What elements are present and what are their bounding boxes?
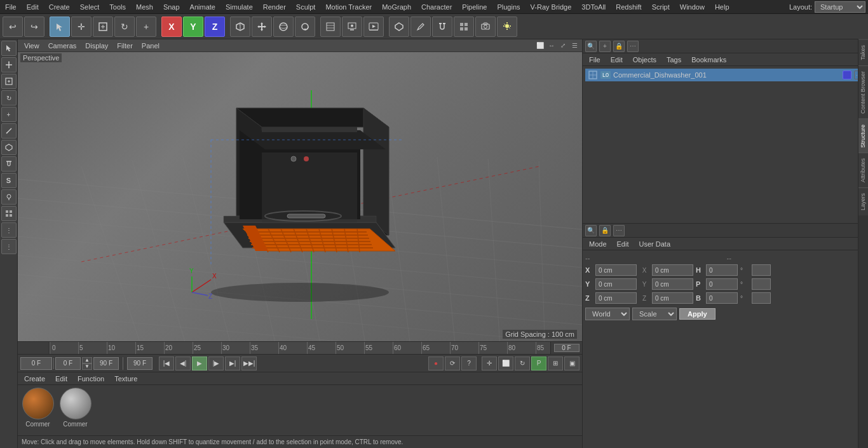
object-row-dishwasher[interactable]: L0 Commercial_Dishwasher_001 ⋯ — [585, 69, 865, 81]
tab-attributes[interactable]: Attributes — [858, 153, 868, 187]
viewport-panel-menu[interactable]: Panel — [138, 41, 163, 50]
menu-tools[interactable]: Tools — [104, 2, 131, 12]
menu-file[interactable]: File — [0, 2, 22, 12]
material-swatch-1[interactable]: Commer — [20, 388, 55, 428]
timeline-current-frame[interactable] — [550, 342, 582, 354]
goto-end-button[interactable]: ▶▶| — [241, 356, 257, 370]
mat-edit-menu[interactable]: Edit — [51, 374, 71, 383]
menu-script[interactable]: Script — [647, 2, 675, 12]
undo-button[interactable]: ↩ — [3, 17, 23, 37]
transform-button[interactable]: + — [136, 17, 156, 37]
cube-button[interactable] — [230, 17, 250, 37]
end-frame-input[interactable] — [93, 357, 119, 370]
left-move-button[interactable] — [1, 57, 17, 72]
timeline-clip-button[interactable]: ▣ — [564, 356, 580, 370]
viewport-icon-1[interactable]: ⬜ — [535, 41, 545, 51]
coord-b-input[interactable] — [706, 292, 738, 304]
menu-vray-bridge[interactable]: V-Ray Bridge — [526, 2, 577, 12]
menu-help[interactable]: Help — [710, 2, 735, 12]
menu-motion-tracker[interactable]: Motion Tracker — [320, 2, 377, 12]
menu-animate[interactable]: Animate — [185, 2, 220, 12]
render-animation-button[interactable] — [363, 17, 384, 37]
world-dropdown[interactable]: World — [585, 308, 630, 320]
move-tool-button[interactable]: ✛ — [71, 17, 92, 37]
jump-end-button[interactable]: ▶| — [225, 356, 240, 370]
timeline-mode-button[interactable]: ✛ — [482, 356, 497, 370]
magnet-button[interactable] — [432, 17, 452, 37]
light-button[interactable] — [497, 17, 517, 37]
obj-objects-menu[interactable]: Objects — [629, 55, 660, 64]
obj-bookmarks-menu[interactable]: Bookmarks — [688, 55, 730, 64]
tab-structure[interactable]: Structure — [858, 119, 868, 153]
frame-down-btn[interactable]: ▼ — [82, 363, 92, 370]
camera-button[interactable] — [475, 17, 496, 37]
material-swatch-2[interactable]: Commer — [58, 388, 93, 428]
redo-button[interactable]: ↪ — [24, 17, 44, 37]
timeline-record2-button[interactable]: P — [531, 356, 546, 370]
jump-start-button[interactable]: |◀ — [159, 356, 174, 370]
left-paint-button[interactable] — [1, 189, 17, 205]
mat-texture-menu[interactable]: Texture — [111, 374, 141, 383]
menu-mograph[interactable]: MoGraph — [377, 2, 416, 12]
start-frame-input[interactable] — [55, 357, 81, 370]
coord-z2-input[interactable] — [652, 292, 693, 304]
menu-pipeline[interactable]: Pipeline — [457, 2, 492, 12]
coord-y2-input[interactable] — [652, 278, 693, 290]
step-back-button[interactable]: ◀| — [175, 356, 191, 370]
sphere-button[interactable] — [273, 17, 294, 37]
coord-y1-input[interactable] — [595, 278, 637, 290]
attr-toolbar-lock[interactable]: 🔒 — [599, 225, 611, 236]
menu-render[interactable]: Render — [258, 2, 291, 12]
menu-sculpt[interactable]: Sculpt — [291, 2, 321, 12]
select-tool-button[interactable] — [50, 17, 70, 37]
viewport-scene[interactable]: X Y Z Grid Spacing : 100 cm — [18, 52, 582, 341]
menu-edit[interactable]: Edit — [22, 2, 44, 12]
menu-create[interactable]: Create — [44, 2, 75, 12]
viewport[interactable]: View Cameras Display Filter Panel ⬜ ↔ ⤢ … — [18, 39, 582, 341]
grid-button[interactable] — [454, 17, 474, 37]
coord-b-extra[interactable] — [752, 292, 771, 304]
left-dots2-button[interactable]: ⋮ — [1, 239, 17, 254]
attr-mode-menu[interactable]: Mode — [585, 240, 611, 248]
mat-function-menu[interactable]: Function — [74, 374, 108, 383]
menu-select[interactable]: Select — [75, 2, 105, 12]
left-magnet-button[interactable] — [1, 156, 17, 172]
rotate2-button[interactable] — [295, 17, 315, 37]
timeline-grid-button[interactable]: ⊞ — [548, 356, 563, 370]
axis-x-button[interactable]: X — [161, 17, 182, 37]
coord-x1-input[interactable] — [595, 264, 637, 276]
move2-button[interactable] — [252, 17, 272, 37]
rotate-tool-button[interactable]: ↻ — [114, 17, 135, 37]
timeline-move-button[interactable]: ↻ — [515, 356, 530, 370]
viewport-display-menu[interactable]: Display — [81, 41, 112, 50]
left-rotate-button[interactable]: ↻ — [1, 90, 17, 105]
left-knife-button[interactable] — [1, 123, 17, 139]
timeline[interactable]: 0 5 10 15 20 25 30 35 40 45 50 55 60 65 … — [18, 341, 582, 354]
tab-takes[interactable]: Takes — [858, 39, 868, 65]
menu-plugins[interactable]: Plugins — [492, 2, 525, 12]
frame-up-btn[interactable]: ▲ — [82, 357, 92, 363]
attr-edit-menu[interactable]: Edit — [613, 240, 633, 248]
left-transform-button[interactable]: + — [1, 107, 17, 122]
scale-dropdown[interactable]: Scale — [632, 308, 677, 320]
obj-toolbar-more[interactable]: ⋯ — [627, 41, 639, 52]
end-frame-input2[interactable] — [127, 357, 153, 370]
coord-x2-input[interactable] — [652, 264, 693, 276]
obj-toolbar-lock[interactable]: 🔒 — [613, 41, 625, 52]
current-frame-input[interactable] — [20, 357, 52, 370]
render-region-button[interactable] — [320, 17, 341, 37]
attr-toolbar-search[interactable]: 🔍 — [585, 225, 597, 236]
left-dots-button[interactable]: ⋮ — [1, 222, 17, 238]
coord-h-extra[interactable] — [752, 264, 771, 276]
coord-z1-input[interactable] — [595, 292, 637, 304]
menu-mesh[interactable]: Mesh — [131, 2, 158, 12]
menu-3dtoall[interactable]: 3DToAll — [576, 2, 611, 12]
menu-snap[interactable]: Snap — [158, 2, 185, 12]
attr-user-data-menu[interactable]: User Data — [635, 240, 675, 248]
polygon-button[interactable] — [389, 17, 409, 37]
timeline-ruler[interactable]: 0 5 10 15 20 25 30 35 40 45 50 55 60 65 … — [50, 342, 550, 354]
viewport-icon-4[interactable]: ☰ — [569, 41, 580, 51]
coord-h-input[interactable] — [706, 264, 738, 276]
obj-toolbar-search[interactable]: 🔍 — [585, 41, 597, 52]
coord-p-input[interactable] — [706, 278, 738, 290]
